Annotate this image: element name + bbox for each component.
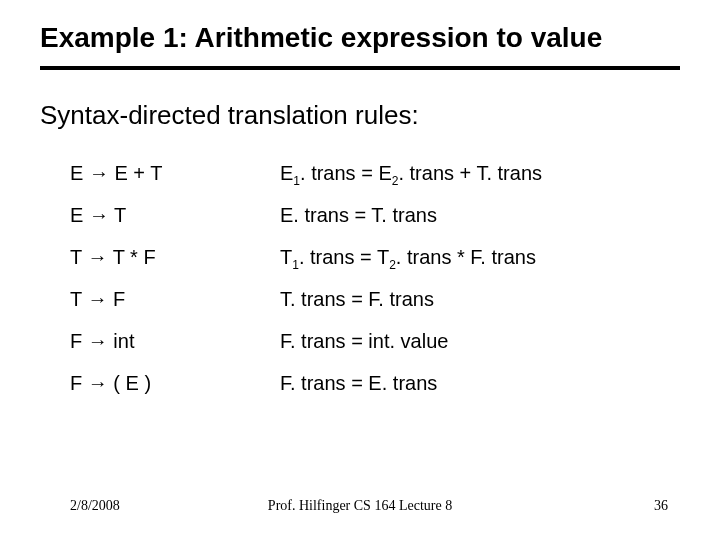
table-row: E → T E. trans = T. trans xyxy=(70,204,542,246)
production-cell: E → T xyxy=(70,204,280,227)
footer-page: 36 xyxy=(654,498,668,514)
slide: Example 1: Arithmetic expression to valu… xyxy=(0,0,720,540)
prod-lhs: E xyxy=(70,204,83,226)
production-cell: T → F xyxy=(70,288,280,311)
arrow-icon: → xyxy=(88,330,108,352)
arrow-icon: → xyxy=(87,288,107,310)
arrow-icon: → xyxy=(88,372,108,394)
action-cell: F. trans = E. trans xyxy=(280,372,437,395)
action-cell: T. trans = F. trans xyxy=(280,288,434,311)
prod-rhs: F xyxy=(113,288,125,310)
prod-rhs: ( E ) xyxy=(113,372,151,394)
footer-center: Prof. Hilfinger CS 164 Lecture 8 xyxy=(0,498,720,514)
title-underline xyxy=(40,66,680,70)
slide-title: Example 1: Arithmetic expression to valu… xyxy=(40,22,602,54)
table-row: F → int F. trans = int. value xyxy=(70,330,542,372)
arrow-icon: → xyxy=(87,246,107,268)
arrow-icon: → xyxy=(89,204,109,226)
production-cell: E → E + T xyxy=(70,162,280,185)
prod-lhs: F xyxy=(70,372,82,394)
table-row: T → T * F T1. trans = T2. trans * F. tra… xyxy=(70,246,542,288)
table-row: F → ( E ) F. trans = E. trans xyxy=(70,372,542,414)
prod-rhs: T xyxy=(114,204,126,226)
slide-subtitle: Syntax-directed translation rules: xyxy=(40,100,419,131)
prod-rhs: E + T xyxy=(114,162,162,184)
production-cell: T → T * F xyxy=(70,246,280,269)
prod-lhs: F xyxy=(70,330,82,352)
prod-lhs: E xyxy=(70,162,83,184)
production-cell: F → int xyxy=(70,330,280,353)
prod-lhs: T xyxy=(70,288,82,310)
action-cell: E1. trans = E2. trans + T. trans xyxy=(280,162,542,185)
action-cell: T1. trans = T2. trans * F. trans xyxy=(280,246,536,269)
production-cell: F → ( E ) xyxy=(70,372,280,395)
prod-rhs: int xyxy=(113,330,134,352)
prod-lhs: T xyxy=(70,246,82,268)
action-cell: F. trans = int. value xyxy=(280,330,448,353)
table-row: T → F T. trans = F. trans xyxy=(70,288,542,330)
action-cell: E. trans = T. trans xyxy=(280,204,437,227)
table-row: E → E + T E1. trans = E2. trans + T. tra… xyxy=(70,162,542,204)
rules-table: E → E + T E1. trans = E2. trans + T. tra… xyxy=(70,162,542,414)
prod-rhs: T * F xyxy=(113,246,156,268)
arrow-icon: → xyxy=(89,162,109,184)
